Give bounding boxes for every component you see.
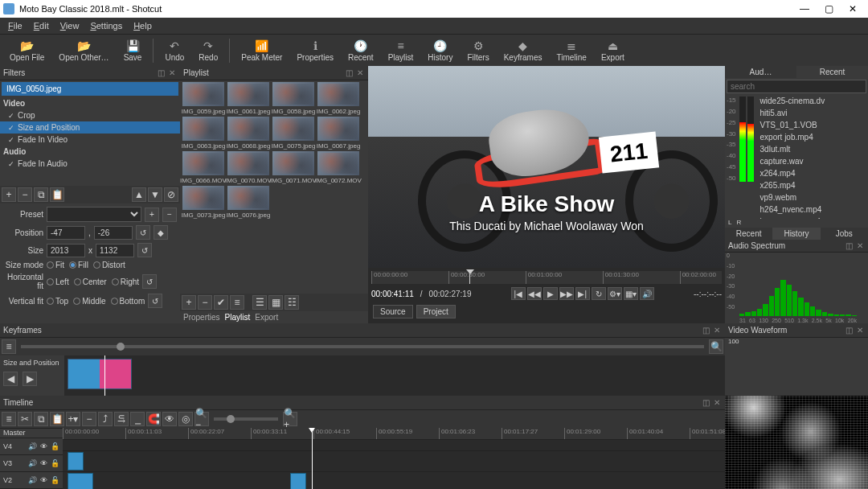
hide-icon[interactable]: 👁 <box>39 475 48 485</box>
tl-overwrite-button[interactable]: ⥹ <box>114 412 129 426</box>
tl-snap-button[interactable]: 🧲 <box>146 412 161 426</box>
hide-icon[interactable]: 👁 <box>39 458 48 468</box>
track-head-master[interactable]: Master <box>0 428 63 438</box>
radio-top[interactable]: Top <box>47 297 68 306</box>
lock-icon[interactable]: 🔓 <box>50 442 59 451</box>
position-x-input[interactable] <box>47 226 85 240</box>
clip[interactable] <box>68 452 84 471</box>
tl-zoom-out-button[interactable]: 🔍− <box>194 412 209 426</box>
hide-icon[interactable]: 👁 <box>39 442 48 451</box>
vfit-reset-button[interactable]: ↺ <box>148 294 162 308</box>
right-bottom-tab-history[interactable]: History <box>772 228 820 240</box>
toolbar-save[interactable]: 💾Save <box>117 37 149 64</box>
filter-crop[interactable]: ✓Crop <box>0 109 180 121</box>
filter-fade-in-video[interactable]: ✓Fade In Video <box>0 134 180 146</box>
playlist-item[interactable]: IMG_0073.jpeg <box>182 186 225 219</box>
right-bottom-tab-recent[interactable]: Recent <box>725 228 772 240</box>
radio-middle[interactable]: Middle <box>73 297 105 306</box>
recent-item[interactable]: h264_nvenc.mp4 <box>755 203 868 216</box>
playlist-item[interactable]: IMG_0066.MOV <box>182 151 225 184</box>
mute-icon[interactable]: 🔊 <box>27 458 37 468</box>
skip-next-button[interactable]: ▶| <box>575 287 590 300</box>
toolbar-recent[interactable]: 🕐Recent <box>342 37 380 64</box>
remove-filter-button[interactable]: − <box>18 187 32 202</box>
toolbar-peak-meter[interactable]: 📶Peak Meter <box>235 37 289 64</box>
close-panel-icon[interactable]: ✕ <box>167 68 177 78</box>
tl-ripple-button[interactable]: ◎ <box>178 412 193 426</box>
view-details-button[interactable]: ☰ <box>252 295 267 310</box>
maximize-button[interactable]: ▢ <box>817 3 841 14</box>
kf-zoom-slider[interactable] <box>21 345 704 348</box>
toolbar-keyframes[interactable]: ◆Keyframes <box>497 37 549 64</box>
tl-cut-button[interactable]: ✂ <box>18 412 32 426</box>
recent-search-input[interactable] <box>727 80 866 93</box>
playlist-item[interactable]: IMG_0061.jpeg <box>227 82 270 115</box>
track-v3[interactable] <box>63 471 725 489</box>
playlist-item[interactable]: IMG_0070.MOV <box>227 151 270 184</box>
menu-settings[interactable]: Settings <box>85 21 127 31</box>
tl-menu-button[interactable]: ≡ <box>2 412 16 426</box>
mute-button[interactable]: 🔊 <box>640 287 654 300</box>
radio-fit[interactable]: Fit <box>47 261 64 269</box>
keyframe-clip[interactable] <box>68 359 132 389</box>
menu-edit[interactable]: Edit <box>29 21 54 31</box>
lock-icon[interactable]: 🔓 <box>50 458 59 468</box>
radio-fill[interactable]: Fill <box>69 261 88 269</box>
tl-lift-button[interactable]: ⤴ <box>98 412 113 426</box>
timeline-playhead[interactable] <box>312 428 313 489</box>
paste-filter-button[interactable]: 📋 <box>50 187 64 202</box>
track-v4[interactable] <box>63 450 725 471</box>
dock-icon[interactable]: ◫ <box>701 326 710 335</box>
dock-icon[interactable]: ◫ <box>344 68 354 78</box>
recent-item[interactable]: hiti5.avi <box>755 107 868 119</box>
right-tab-recent[interactable]: Recent <box>796 66 868 78</box>
keyframes-track[interactable] <box>64 355 725 396</box>
selected-clip-label[interactable]: IMG_0050.jpeg <box>2 82 178 96</box>
right-bottom-tab-jobs[interactable]: Jobs <box>821 228 868 240</box>
current-timecode[interactable]: 00:00:41:11 <box>371 290 414 298</box>
playlist-item[interactable]: IMG_0071.MOV <box>272 151 315 184</box>
recent-item[interactable]: wide25-cinema.dv <box>755 95 868 107</box>
move-filter-up-button[interactable]: ▲ <box>132 187 146 202</box>
move-filter-down-button[interactable]: ▼ <box>148 187 162 202</box>
menu-file[interactable]: File <box>3 21 27 31</box>
recent-item[interactable]: vp9.webm <box>755 191 868 203</box>
hfit-reset-button[interactable]: ↺ <box>142 274 157 289</box>
dock-icon[interactable]: ◫ <box>156 68 166 78</box>
mute-icon[interactable]: 🔊 <box>27 475 37 485</box>
preset-remove-button[interactable]: − <box>162 208 177 222</box>
timeline-tracks-area[interactable]: 00:00:00:0000:00:11:0300:00:22:0700:00:3… <box>63 428 725 489</box>
grid-button[interactable]: ▦▾ <box>624 287 638 300</box>
toolbar-undo[interactable]: ↶Undo <box>158 37 190 64</box>
toolbar-filters[interactable]: ⚙Filters <box>461 37 495 64</box>
preset-add-button[interactable]: + <box>145 208 159 222</box>
radio-right[interactable]: Right <box>112 277 139 286</box>
kf-prev-button[interactable]: ◀ <box>3 372 18 386</box>
tl-zoom-in-button[interactable]: 🔍+ <box>283 412 297 426</box>
close-panel-icon[interactable]: ✕ <box>355 68 365 78</box>
tl-remove-button[interactable]: − <box>82 412 96 426</box>
play-button[interactable]: ▶ <box>543 287 558 300</box>
playlist-remove-button[interactable]: − <box>198 295 212 310</box>
dock-icon[interactable]: ◫ <box>701 398 710 408</box>
skip-prev-button[interactable]: |◀ <box>511 287 526 300</box>
preset-select[interactable] <box>47 207 141 222</box>
playlist-item[interactable]: IMG_0058.jpeg <box>272 82 315 115</box>
rewind-button[interactable]: ◀◀ <box>527 287 542 300</box>
kf-next-button[interactable]: ▶ <box>23 372 37 386</box>
viewer-ruler[interactable]: 00:00:00:0000:00:30:0000:01:00:0000:01:3… <box>371 271 722 284</box>
playlist-menu-button[interactable]: ≡ <box>230 295 244 310</box>
in-point-timecode[interactable]: --:--:--:-- <box>694 290 722 298</box>
viewer-playhead[interactable] <box>466 271 474 284</box>
size-reset-button[interactable]: ↺ <box>137 243 152 257</box>
close-panel-icon[interactable]: ✕ <box>855 240 865 250</box>
size-w-input[interactable] <box>47 244 85 257</box>
ffwd-button[interactable]: ▶▶ <box>559 287 574 300</box>
viewer-tab-project[interactable]: Project <box>416 305 456 318</box>
tl-append-button[interactable]: +▾ <box>66 412 80 426</box>
position-keyframe-button[interactable]: ◆ <box>154 225 168 240</box>
deselect-filter-button[interactable]: ⊘ <box>164 187 178 202</box>
tl-scrub-button[interactable]: 👁 <box>162 412 177 426</box>
position-reset-button[interactable]: ↺ <box>136 225 150 240</box>
track-head-v3[interactable]: V3🔊👁🔓 <box>0 454 63 471</box>
